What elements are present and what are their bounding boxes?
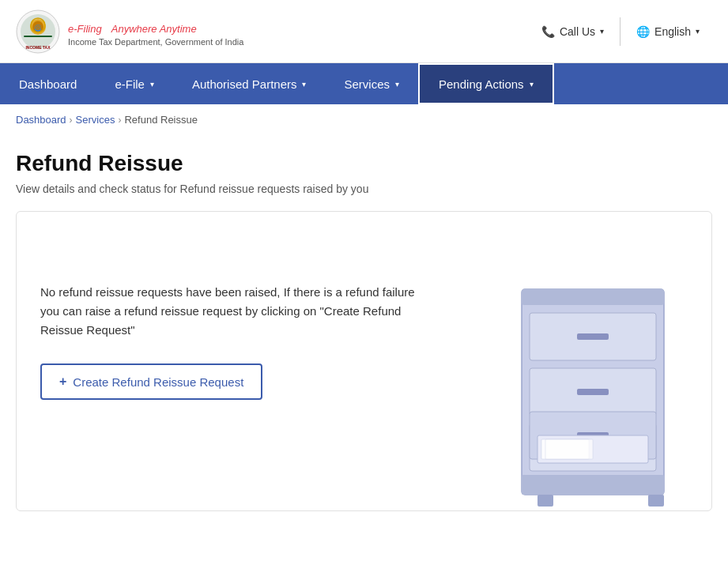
main-content: Refund Reissue View details and check st… (0, 135, 728, 511)
breadcrumb-services[interactable]: Services (76, 114, 115, 126)
call-chevron-icon: ▾ (600, 27, 604, 36)
cabinet-illustration (490, 242, 711, 510)
header-divider (620, 17, 620, 46)
breadcrumb-sep-1: › (70, 115, 73, 126)
svg-rect-22 (538, 495, 553, 507)
navbar: Dashboard e-File ▾ Authorised Partners ▾… (0, 63, 728, 104)
logo-subtitle: Income Tax Department, Government of Ind… (68, 37, 243, 47)
nav-item-services[interactable]: Services ▾ (325, 63, 418, 104)
logo-emblem: 🌀 INCOME TAX (16, 9, 60, 54)
nav-item-dashboard[interactable]: Dashboard (0, 63, 96, 104)
services-chevron-icon: ▾ (395, 80, 399, 89)
breadcrumb-current: Refund Reissue (124, 114, 198, 126)
call-us-button[interactable]: 📞 Call Us ▾ (529, 19, 617, 44)
nav-item-authorised-partners[interactable]: Authorised Partners ▾ (173, 63, 326, 104)
svg-rect-21 (522, 475, 664, 495)
svg-rect-12 (577, 333, 609, 340)
logo-title: e-Filing Anywhere Anytime (68, 17, 243, 37)
svg-rect-7 (24, 36, 52, 37)
svg-text:INCOME TAX: INCOME TAX (25, 45, 51, 50)
logo-area: 🌀 INCOME TAX e-Filing Anywhere Anytime I… (16, 9, 243, 54)
globe-icon: 🌐 (636, 25, 650, 38)
breadcrumb-sep-2: › (118, 115, 121, 126)
page-title: Refund Reissue (16, 151, 712, 176)
page-subtitle: View details and check status for Refund… (16, 183, 712, 195)
phone-icon: 📞 (541, 25, 555, 38)
plus-icon: + (59, 375, 66, 389)
refund-card: No refund reissue requests have been rai… (16, 211, 712, 511)
svg-rect-14 (577, 389, 609, 395)
nav-item-efile[interactable]: e-File ▾ (96, 63, 173, 104)
logo-text: e-Filing Anywhere Anytime Income Tax Dep… (68, 17, 243, 47)
svg-rect-20 (545, 439, 593, 459)
auth-partners-chevron-icon: ▾ (302, 80, 306, 89)
svg-rect-10 (522, 289, 664, 305)
header: 🌀 INCOME TAX e-Filing Anywhere Anytime I… (0, 0, 728, 63)
breadcrumb: Dashboard › Services › Refund Reissue (0, 104, 728, 135)
breadcrumb-dashboard[interactable]: Dashboard (16, 114, 66, 126)
efile-chevron-icon: ▾ (150, 80, 154, 89)
header-right: 📞 Call Us ▾ 🌐 English ▾ (529, 17, 712, 46)
nav-item-pending-actions[interactable]: Pending Actions ▾ (418, 63, 554, 104)
create-refund-reissue-button[interactable]: + Create Refund Reissue Request (40, 363, 262, 400)
svg-rect-23 (648, 495, 664, 507)
pending-actions-chevron-icon: ▾ (530, 80, 534, 89)
empty-message: No refund reissue requests have been rai… (40, 283, 436, 340)
svg-point-6 (33, 21, 43, 30)
lang-chevron-icon: ▾ (696, 27, 700, 36)
language-button[interactable]: 🌐 English ▾ (624, 19, 712, 44)
